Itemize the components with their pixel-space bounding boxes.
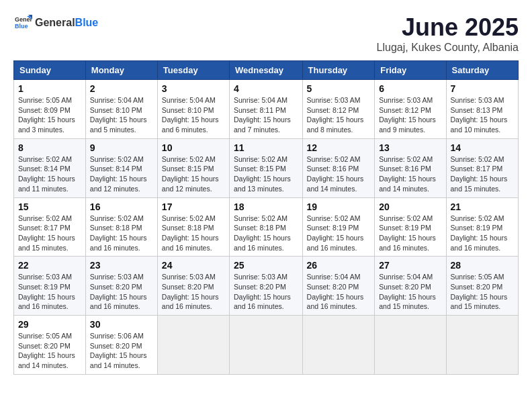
logo: General Blue GeneralBlue [13,13,98,32]
weekday-header-sunday: Sunday [14,61,86,80]
svg-text:Blue: Blue [15,23,28,30]
day-number: 6 [379,83,441,94]
calendar-day-cell: 5Sunrise: 5:03 AMSunset: 8:12 PMDaylight… [302,80,375,139]
calendar-day-cell [375,316,446,375]
day-number: 16 [90,201,153,212]
calendar-day-cell: 9Sunrise: 5:02 AMSunset: 8:14 PMDaylight… [85,138,157,197]
day-number: 26 [307,260,371,271]
calendar-day-cell [157,316,229,375]
day-info: Sunrise: 5:02 AMSunset: 8:15 PMDaylight:… [162,154,225,194]
day-number: 25 [234,260,298,271]
calendar-day-cell: 10Sunrise: 5:02 AMSunset: 8:15 PMDayligh… [157,138,229,197]
day-info: Sunrise: 5:02 AMSunset: 8:14 PMDaylight:… [90,154,153,194]
calendar-day-cell: 19Sunrise: 5:02 AMSunset: 8:19 PMDayligh… [302,197,375,257]
calendar-day-cell: 1Sunrise: 5:05 AMSunset: 8:09 PMDaylight… [14,80,86,139]
day-info: Sunrise: 5:04 AMSunset: 8:10 PMDaylight:… [90,95,153,135]
day-number: 1 [18,83,81,94]
day-number: 21 [451,201,514,212]
day-info: Sunrise: 5:02 AMSunset: 8:15 PMDaylight:… [234,154,298,194]
weekday-header-saturday: Saturday [446,61,518,80]
day-info: Sunrise: 5:02 AMSunset: 8:19 PMDaylight:… [307,214,371,253]
day-number: 11 [234,142,298,153]
day-number: 23 [90,260,153,271]
calendar-week-row: 15Sunrise: 5:02 AMSunset: 8:17 PMDayligh… [14,197,519,257]
calendar-day-cell: 17Sunrise: 5:02 AMSunset: 8:18 PMDayligh… [157,197,229,257]
weekday-header-tuesday: Tuesday [157,61,229,80]
calendar-day-cell: 21Sunrise: 5:02 AMSunset: 8:19 PMDayligh… [446,197,518,257]
day-info: Sunrise: 5:02 AMSunset: 8:19 PMDaylight:… [379,214,441,253]
weekday-header-friday: Friday [375,61,446,80]
day-number: 2 [90,83,153,94]
day-info: Sunrise: 5:05 AMSunset: 8:20 PMDaylight:… [451,272,514,312]
calendar-day-cell: 24Sunrise: 5:03 AMSunset: 8:20 PMDayligh… [157,257,229,316]
calendar-day-cell: 13Sunrise: 5:02 AMSunset: 8:16 PMDayligh… [375,138,446,197]
weekday-header-wednesday: Wednesday [230,61,303,80]
calendar-day-cell: 22Sunrise: 5:03 AMSunset: 8:19 PMDayligh… [14,257,86,316]
calendar-day-cell [302,316,375,375]
calendar-day-cell: 3Sunrise: 5:04 AMSunset: 8:10 PMDaylight… [157,80,229,139]
calendar-day-cell: 11Sunrise: 5:02 AMSunset: 8:15 PMDayligh… [230,138,303,197]
title-area: June 2025 Llugaj, Kukes County, Albania [377,13,519,54]
day-info: Sunrise: 5:02 AMSunset: 8:14 PMDaylight:… [18,154,81,194]
calendar-day-cell: 28Sunrise: 5:05 AMSunset: 8:20 PMDayligh… [446,257,518,316]
calendar-day-cell: 7Sunrise: 5:03 AMSunset: 8:13 PMDaylight… [446,80,518,139]
day-info: Sunrise: 5:02 AMSunset: 8:19 PMDaylight:… [451,214,514,253]
day-info: Sunrise: 5:03 AMSunset: 8:20 PMDaylight:… [234,272,298,312]
calendar-day-cell: 29Sunrise: 5:05 AMSunset: 8:20 PMDayligh… [14,316,86,375]
day-number: 13 [379,142,441,153]
day-number: 29 [18,319,81,330]
calendar-day-cell: 6Sunrise: 5:03 AMSunset: 8:12 PMDaylight… [375,80,446,139]
day-info: Sunrise: 5:02 AMSunset: 8:17 PMDaylight:… [451,154,514,194]
day-number: 20 [379,201,441,212]
calendar-day-cell [230,316,303,375]
calendar-day-cell: 4Sunrise: 5:04 AMSunset: 8:11 PMDaylight… [230,80,303,139]
day-info: Sunrise: 5:05 AMSunset: 8:20 PMDaylight:… [18,331,81,371]
day-info: Sunrise: 5:02 AMSunset: 8:16 PMDaylight:… [379,154,441,194]
day-info: Sunrise: 5:02 AMSunset: 8:18 PMDaylight:… [234,214,298,253]
calendar-day-cell: 12Sunrise: 5:02 AMSunset: 8:16 PMDayligh… [302,138,375,197]
logo-general: General [35,17,75,28]
calendar-week-row: 29Sunrise: 5:05 AMSunset: 8:20 PMDayligh… [14,316,519,375]
day-info: Sunrise: 5:04 AMSunset: 8:20 PMDaylight:… [379,272,441,312]
calendar-day-cell: 14Sunrise: 5:02 AMSunset: 8:17 PMDayligh… [446,138,518,197]
logo-icon: General Blue [13,13,32,32]
calendar-day-cell: 20Sunrise: 5:02 AMSunset: 8:19 PMDayligh… [375,197,446,257]
day-info: Sunrise: 5:06 AMSunset: 8:20 PMDaylight:… [90,331,153,371]
day-info: Sunrise: 5:03 AMSunset: 8:12 PMDaylight:… [307,95,371,135]
day-info: Sunrise: 5:04 AMSunset: 8:20 PMDaylight:… [307,272,371,312]
day-info: Sunrise: 5:02 AMSunset: 8:18 PMDaylight:… [162,214,225,253]
day-number: 22 [18,260,81,271]
day-number: 18 [234,201,298,212]
weekday-header-thursday: Thursday [302,61,375,80]
weekday-header-row: SundayMondayTuesdayWednesdayThursdayFrid… [14,61,519,80]
day-number: 4 [234,83,298,94]
day-info: Sunrise: 5:02 AMSunset: 8:16 PMDaylight:… [307,154,371,194]
day-number: 17 [162,201,225,212]
day-number: 12 [307,142,371,153]
day-number: 28 [451,260,514,271]
location-subtitle: Llugaj, Kukes County, Albania [377,42,519,54]
calendar-table: SundayMondayTuesdayWednesdayThursdayFrid… [13,60,519,375]
calendar-day-cell: 18Sunrise: 5:02 AMSunset: 8:18 PMDayligh… [230,197,303,257]
day-number: 19 [307,201,371,212]
calendar-day-cell: 27Sunrise: 5:04 AMSunset: 8:20 PMDayligh… [375,257,446,316]
day-info: Sunrise: 5:03 AMSunset: 8:20 PMDaylight:… [90,272,153,312]
day-number: 14 [451,142,514,153]
calendar-day-cell: 26Sunrise: 5:04 AMSunset: 8:20 PMDayligh… [302,257,375,316]
calendar-day-cell: 30Sunrise: 5:06 AMSunset: 8:20 PMDayligh… [85,316,157,375]
day-number: 7 [451,83,514,94]
month-year-title: June 2025 [377,13,519,42]
day-info: Sunrise: 5:03 AMSunset: 8:19 PMDaylight:… [18,272,81,312]
calendar-week-row: 22Sunrise: 5:03 AMSunset: 8:19 PMDayligh… [14,257,519,316]
day-number: 5 [307,83,371,94]
calendar-day-cell: 8Sunrise: 5:02 AMSunset: 8:14 PMDaylight… [14,138,86,197]
calendar-day-cell: 23Sunrise: 5:03 AMSunset: 8:20 PMDayligh… [85,257,157,316]
day-info: Sunrise: 5:04 AMSunset: 8:11 PMDaylight:… [234,95,298,135]
day-info: Sunrise: 5:04 AMSunset: 8:10 PMDaylight:… [162,95,225,135]
calendar-week-row: 8Sunrise: 5:02 AMSunset: 8:14 PMDaylight… [14,138,519,197]
day-info: Sunrise: 5:05 AMSunset: 8:09 PMDaylight:… [18,95,81,135]
calendar-day-cell: 16Sunrise: 5:02 AMSunset: 8:18 PMDayligh… [85,197,157,257]
day-number: 9 [90,142,153,153]
day-info: Sunrise: 5:03 AMSunset: 8:13 PMDaylight:… [451,95,514,135]
day-number: 27 [379,260,441,271]
